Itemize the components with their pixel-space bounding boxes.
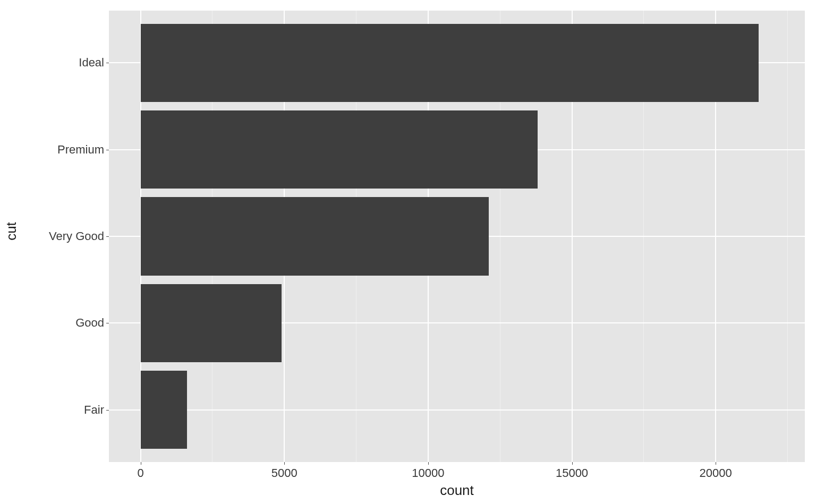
y-axis-title-text: cut: [3, 222, 20, 241]
bar-ideal: [141, 24, 759, 102]
y-tick-label: Very Good: [49, 229, 104, 243]
y-tick-mark: [106, 410, 109, 411]
x-tick-mark: [428, 462, 429, 465]
x-tick-label: 5000: [271, 466, 298, 480]
y-tick-mark: [106, 236, 109, 237]
y-tick-mark: [106, 323, 109, 323]
bar-premium: [141, 110, 538, 189]
x-tick-label: 20000: [700, 466, 732, 480]
y-tick-mark: [106, 150, 109, 150]
y-axis-title: cut: [3, 0, 19, 462]
y-tick-label: Good: [75, 316, 104, 330]
x-tick-label: 15000: [556, 466, 588, 480]
x-tick-mark: [284, 462, 285, 465]
x-tick-mark: [716, 462, 716, 465]
x-tick-label: 10000: [412, 466, 444, 480]
bar-very-good: [141, 197, 489, 275]
y-tick-label: Ideal: [79, 56, 104, 70]
x-tick-mark: [572, 462, 573, 465]
bar-good: [141, 284, 282, 362]
x-axis-title: count: [109, 482, 805, 499]
chart-container: cut count 05000100001500020000FairGoodVe…: [0, 0, 816, 504]
y-tick-label: Fair: [84, 403, 104, 417]
grid-major-horizontal: [109, 409, 805, 411]
y-tick-label: Premium: [57, 143, 104, 157]
bar-fair: [141, 371, 187, 449]
plot-panel: [109, 11, 805, 462]
y-tick-mark: [106, 63, 109, 63]
x-tick-label: 0: [137, 466, 143, 480]
x-tick-mark: [141, 462, 141, 465]
